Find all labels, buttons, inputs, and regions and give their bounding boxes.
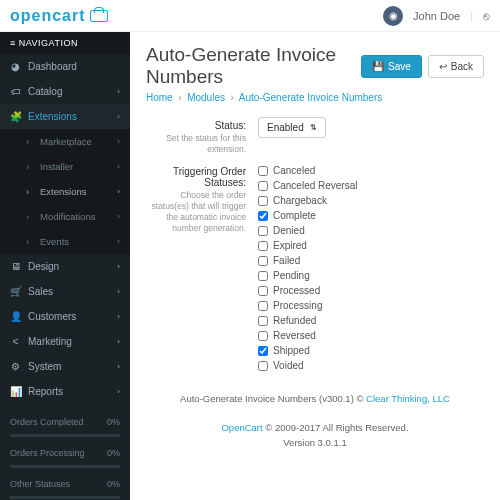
- page-title: Auto-Generate Invoice Numbers: [146, 44, 361, 88]
- subnav-events[interactable]: ›Events›: [0, 229, 130, 254]
- status-processed[interactable]: Processed: [258, 283, 484, 298]
- status-refunded[interactable]: Refunded: [258, 313, 484, 328]
- avatar[interactable]: ◉: [383, 6, 403, 26]
- nav-extensions[interactable]: 🧩Extensions›: [0, 104, 130, 129]
- nav-catalog[interactable]: 🏷Catalog›: [0, 79, 130, 104]
- subnav-extensions[interactable]: ›Extensions›: [0, 179, 130, 204]
- nav-header: ≡ NAVIGATION: [0, 32, 130, 54]
- status-failed[interactable]: Failed: [258, 253, 484, 268]
- nav-system[interactable]: ⚙System›: [0, 354, 130, 379]
- top-bar: opencart ◉ John Doe | ⎋: [0, 0, 500, 32]
- trigger-label: Triggering Order Statuses:: [146, 166, 246, 188]
- trigger-help: Choose the order status(es) that will tr…: [146, 190, 246, 234]
- status-reversed[interactable]: Reversed: [258, 328, 484, 343]
- crumb-modules[interactable]: Modules: [187, 92, 225, 103]
- status-voided[interactable]: Voided: [258, 358, 484, 373]
- crumb-current: Auto-Generate Invoice Numbers: [239, 92, 382, 103]
- status-help: Set the status for this extension.: [146, 133, 246, 155]
- back-button[interactable]: ↩ Back: [428, 55, 484, 78]
- stat-orders-processing: Orders Processing0%: [0, 443, 130, 463]
- vendor-link[interactable]: Clear Thinking, LLC: [366, 393, 450, 404]
- logo[interactable]: opencart: [10, 7, 108, 25]
- logout-icon[interactable]: ⎋: [483, 10, 490, 22]
- sidebar: ≡ NAVIGATION ◕Dashboard🏷Catalog›🧩Extensi…: [0, 32, 130, 500]
- status-pending[interactable]: Pending: [258, 268, 484, 283]
- status-select[interactable]: Enabled ⇅: [258, 117, 326, 138]
- subnav-marketplace[interactable]: ›Marketplace›: [0, 129, 130, 154]
- status-complete[interactable]: Complete: [258, 208, 484, 223]
- footer: Auto-Generate Invoice Numbers (v300.1) ©…: [146, 391, 484, 451]
- status-canceled-reversal[interactable]: Canceled Reversal: [258, 178, 484, 193]
- crumb-home[interactable]: Home: [146, 92, 173, 103]
- main-content: Auto-Generate Invoice Numbers 💾 Save ↩ B…: [130, 32, 500, 500]
- status-chargeback[interactable]: Chargeback: [258, 193, 484, 208]
- status-label: Status:: [146, 120, 246, 131]
- status-shipped[interactable]: Shipped: [258, 343, 484, 358]
- breadcrumb: Home › Modules › Auto-Generate Invoice N…: [146, 92, 484, 103]
- status-canceled[interactable]: Canceled: [258, 163, 484, 178]
- status-processing[interactable]: Processing: [258, 298, 484, 313]
- subnav-installer[interactable]: ›Installer›: [0, 154, 130, 179]
- stat-orders-completed: Orders Completed0%: [0, 412, 130, 432]
- opencart-link[interactable]: OpenCart: [221, 422, 262, 433]
- nav-dashboard[interactable]: ◕Dashboard: [0, 54, 130, 79]
- nav-customers[interactable]: 👤Customers›: [0, 304, 130, 329]
- nav-design[interactable]: 🖥Design›: [0, 254, 130, 279]
- save-button[interactable]: 💾 Save: [361, 55, 422, 78]
- status-expired[interactable]: Expired: [258, 238, 484, 253]
- stat-other-statuses: Other Statuses0%: [0, 474, 130, 494]
- nav-reports[interactable]: 📊Reports›: [0, 379, 130, 404]
- status-denied[interactable]: Denied: [258, 223, 484, 238]
- subnav-modifications[interactable]: ›Modifications›: [0, 204, 130, 229]
- nav-marketing[interactable]: <Marketing›: [0, 329, 130, 354]
- user-name[interactable]: John Doe: [413, 10, 460, 22]
- nav-sales[interactable]: 🛒Sales›: [0, 279, 130, 304]
